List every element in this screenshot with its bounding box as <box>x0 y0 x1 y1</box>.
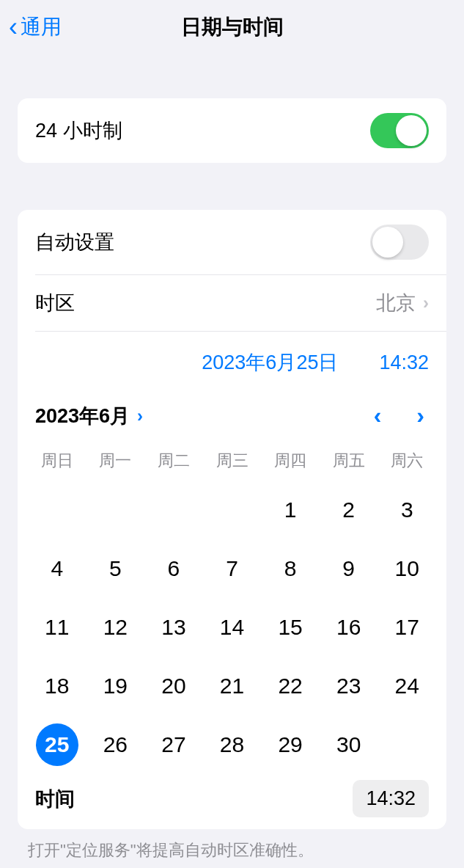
calendar-day[interactable]: 20 <box>144 657 203 715</box>
calendar-day-empty <box>378 715 436 774</box>
twenty-four-hour-row: 24 小时制 <box>18 98 446 163</box>
calendar-day-empty <box>144 481 203 539</box>
calendar-day-empty <box>28 481 86 539</box>
calendar-day[interactable]: 2 <box>320 481 378 539</box>
calendar-day[interactable]: 30 <box>320 715 378 774</box>
calendar-day[interactable]: 3 <box>378 481 436 539</box>
calendar-day[interactable]: 22 <box>261 657 320 715</box>
timezone-label: 时区 <box>35 290 75 316</box>
calendar-day[interactable]: 16 <box>320 598 378 657</box>
twenty-four-hour-label: 24 小时制 <box>35 117 122 144</box>
calendar-day[interactable]: 13 <box>144 598 203 657</box>
chevron-right-icon: › <box>423 293 429 313</box>
back-button[interactable]: ‹ 通用 <box>9 12 62 43</box>
footer-note: 打开"定位服务"将提高自动时区准确性。 <box>0 829 464 861</box>
weekday-label: 周日 <box>28 450 86 481</box>
calendar-day[interactable]: 17 <box>378 598 436 657</box>
calendar-day[interactable]: 10 <box>378 539 436 598</box>
month-selector[interactable]: 2023年6月 › <box>35 403 143 429</box>
calendar-day[interactable]: 25 <box>28 715 86 774</box>
calendar-day[interactable]: 4 <box>28 539 86 598</box>
calendar-day-empty <box>86 481 145 539</box>
calendar-day[interactable]: 19 <box>86 657 145 715</box>
calendar-day[interactable]: 15 <box>261 598 320 657</box>
calendar-day[interactable]: 29 <box>261 715 320 774</box>
calendar-day[interactable]: 18 <box>28 657 86 715</box>
time-display[interactable]: 14:32 <box>379 351 429 374</box>
timezone-row[interactable]: 时区 北京 › <box>18 275 446 331</box>
time-label: 时间 <box>35 786 75 812</box>
weekday-label: 周三 <box>203 450 262 481</box>
weekday-label: 周二 <box>144 450 203 481</box>
calendar-day[interactable]: 8 <box>261 539 320 598</box>
timezone-value: 北京 <box>376 290 416 316</box>
month-label: 2023年6月 <box>35 403 130 429</box>
calendar-day[interactable]: 6 <box>144 539 203 598</box>
calendar-day[interactable]: 24 <box>378 657 436 715</box>
date-display[interactable]: 2023年6月25日 <box>202 349 338 376</box>
calendar-day[interactable]: 11 <box>28 598 86 657</box>
chevron-left-icon: ‹ <box>9 12 18 43</box>
calendar-day[interactable]: 9 <box>320 539 378 598</box>
calendar-day[interactable]: 14 <box>203 598 262 657</box>
calendar-day-empty <box>203 481 262 539</box>
calendar-day[interactable]: 27 <box>144 715 203 774</box>
prev-month-button[interactable]: ‹ <box>374 402 382 429</box>
auto-set-toggle[interactable] <box>370 225 429 260</box>
calendar-day[interactable]: 7 <box>203 539 262 598</box>
chevron-right-icon: › <box>137 406 143 426</box>
auto-set-label: 自动设置 <box>35 229 114 255</box>
weekday-label: 周四 <box>261 450 320 481</box>
time-picker-button[interactable]: 14:32 <box>353 780 429 817</box>
twenty-four-hour-toggle[interactable] <box>370 113 429 148</box>
next-month-button[interactable]: › <box>416 402 424 429</box>
weekday-label: 周六 <box>378 450 436 481</box>
page-title: 日期与时间 <box>181 13 284 41</box>
weekday-label: 周一 <box>86 450 145 481</box>
back-label: 通用 <box>21 13 62 41</box>
calendar-day[interactable]: 5 <box>86 539 145 598</box>
calendar-day[interactable]: 28 <box>203 715 262 774</box>
calendar-day[interactable]: 21 <box>203 657 262 715</box>
weekday-label: 周五 <box>320 450 378 481</box>
calendar-day[interactable]: 12 <box>86 598 145 657</box>
calendar-day[interactable]: 1 <box>261 481 320 539</box>
calendar-day[interactable]: 26 <box>86 715 145 774</box>
calendar-day[interactable]: 23 <box>320 657 378 715</box>
auto-set-row: 自动设置 <box>18 210 446 274</box>
